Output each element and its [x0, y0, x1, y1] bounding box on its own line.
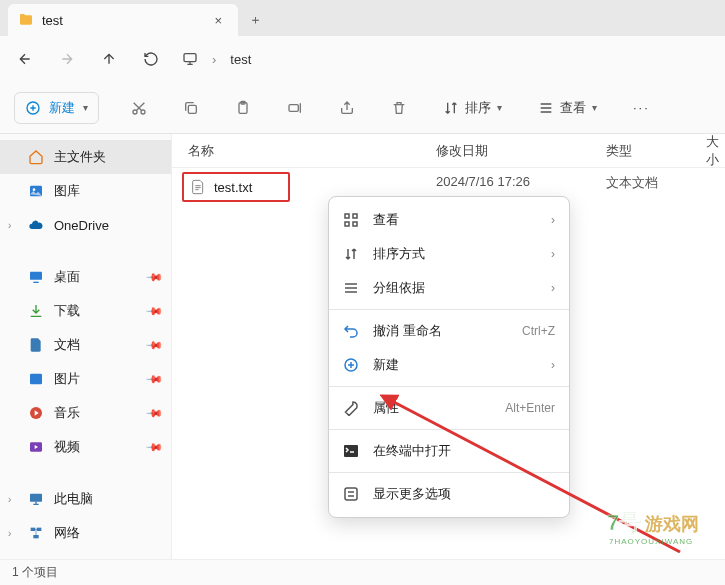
- pin-icon: 📌: [144, 369, 163, 388]
- refresh-button[interactable]: [140, 48, 162, 70]
- svg-rect-11: [30, 374, 42, 385]
- svg-rect-18: [345, 214, 349, 218]
- separator: [329, 429, 569, 430]
- sidebar-item-label: OneDrive: [54, 218, 109, 233]
- share-button[interactable]: [335, 92, 359, 124]
- pc-icon: [28, 491, 44, 507]
- sidebar-item-home[interactable]: 主文件夹: [0, 140, 171, 174]
- rename-button[interactable]: [283, 92, 307, 124]
- folder-icon: [18, 12, 34, 28]
- column-size[interactable]: 大小: [706, 133, 725, 169]
- sidebar-item-this-pc[interactable]: › 此电脑: [0, 482, 171, 516]
- paste-button[interactable]: [231, 92, 255, 124]
- ctx-group[interactable]: 分组依据 ›: [329, 271, 569, 305]
- svg-rect-0: [184, 54, 196, 62]
- back-button[interactable]: [14, 48, 36, 70]
- column-type[interactable]: 类型: [606, 142, 706, 160]
- network-icon: [28, 525, 44, 541]
- pictures-icon: [28, 371, 44, 387]
- ctx-properties[interactable]: 属性 Alt+Enter: [329, 391, 569, 425]
- sidebar-item-videos[interactable]: 视频 📌: [0, 430, 171, 464]
- chevron-right-icon: ›: [8, 528, 11, 539]
- tab[interactable]: test ×: [8, 4, 238, 36]
- svg-rect-19: [353, 214, 357, 218]
- gallery-icon: [28, 183, 44, 199]
- grid-icon: [343, 212, 359, 228]
- sort-icon: [343, 246, 359, 262]
- svg-rect-20: [345, 222, 349, 226]
- svg-point-3: [141, 110, 145, 114]
- status-bar: 1 个项目: [0, 559, 725, 585]
- svg-point-2: [133, 110, 137, 114]
- svg-rect-10: [30, 272, 42, 280]
- chevron-right-icon: ›: [8, 494, 11, 505]
- sidebar-item-music[interactable]: 音乐 📌: [0, 396, 171, 430]
- sidebar-item-network[interactable]: › 网络: [0, 516, 171, 550]
- svg-rect-21: [353, 222, 357, 226]
- ctx-sort[interactable]: 排序方式 ›: [329, 237, 569, 271]
- more-button[interactable]: ···: [629, 92, 654, 124]
- column-headers[interactable]: 名称 修改日期 类型 大小: [172, 134, 725, 168]
- ctx-terminal[interactable]: 在终端中打开: [329, 434, 569, 468]
- sidebar-item-label: 图片: [54, 370, 80, 388]
- ctx-more-options[interactable]: 显示更多选项: [329, 477, 569, 511]
- download-icon: [28, 303, 44, 319]
- ctx-label: 查看: [373, 211, 399, 229]
- ctx-label: 分组依据: [373, 279, 425, 297]
- cut-button[interactable]: [127, 92, 151, 124]
- sidebar: 主文件夹 图库 › OneDrive 桌面 📌 下载 📌 文档 📌: [0, 134, 172, 559]
- pin-icon: 📌: [144, 267, 163, 286]
- sidebar-item-label: 图库: [54, 182, 80, 200]
- chevron-down-icon: ▾: [83, 102, 88, 113]
- cloud-icon: [28, 217, 44, 233]
- monitor-icon: [182, 51, 198, 67]
- column-date[interactable]: 修改日期: [436, 142, 606, 160]
- svg-rect-14: [30, 494, 42, 502]
- tab-close-button[interactable]: ×: [208, 11, 228, 30]
- chevron-right-icon: ›: [551, 213, 555, 227]
- svg-text:7HAOYOUXIWANG: 7HAOYOUXIWANG: [609, 537, 693, 546]
- watermark-text: 7号: [607, 510, 641, 535]
- column-name[interactable]: 名称: [188, 142, 436, 160]
- ctx-new[interactable]: 新建 ›: [329, 348, 569, 382]
- view-button[interactable]: 查看 ▾: [534, 92, 601, 124]
- breadcrumb[interactable]: › test: [182, 51, 251, 67]
- file-row[interactable]: test.txt: [182, 172, 290, 202]
- sidebar-item-label: 音乐: [54, 404, 80, 422]
- sidebar-item-desktop[interactable]: 桌面 📌: [0, 260, 171, 294]
- ctx-label: 显示更多选项: [373, 485, 451, 503]
- svg-text:游戏网: 游戏网: [644, 514, 699, 534]
- separator: [329, 386, 569, 387]
- sidebar-item-onedrive[interactable]: › OneDrive: [0, 208, 171, 242]
- new-button-label: 新建: [49, 99, 75, 117]
- up-button[interactable]: [98, 48, 120, 70]
- sidebar-item-downloads[interactable]: 下载 📌: [0, 294, 171, 328]
- group-icon: [343, 280, 359, 296]
- forward-button[interactable]: [56, 48, 78, 70]
- copy-button[interactable]: [179, 92, 203, 124]
- sidebar-item-gallery[interactable]: 图库: [0, 174, 171, 208]
- separator: [329, 309, 569, 310]
- sort-button[interactable]: 排序 ▾: [439, 92, 506, 124]
- sidebar-item-label: 此电脑: [54, 490, 93, 508]
- new-button[interactable]: 新建 ▾: [14, 92, 99, 124]
- home-icon: [28, 149, 44, 165]
- sidebar-item-pictures[interactable]: 图片 📌: [0, 362, 171, 396]
- new-tab-button[interactable]: ＋: [238, 4, 272, 36]
- ctx-undo[interactable]: 撤消 重命名 Ctrl+Z: [329, 314, 569, 348]
- svg-rect-7: [289, 104, 298, 111]
- more-options-icon: [343, 486, 359, 502]
- chevron-right-icon: ›: [551, 281, 555, 295]
- chevron-right-icon: ›: [551, 358, 555, 372]
- sidebar-item-documents[interactable]: 文档 📌: [0, 328, 171, 362]
- file-type: 文本文档: [606, 174, 658, 192]
- ctx-label: 属性: [373, 399, 399, 417]
- sidebar-item-label: 下载: [54, 302, 80, 320]
- ctx-label: 撤消 重命名: [373, 322, 442, 340]
- delete-button[interactable]: [387, 92, 411, 124]
- document-icon: [28, 337, 44, 353]
- chevron-down-icon: ▾: [497, 102, 502, 113]
- svg-rect-24: [345, 488, 357, 500]
- ctx-view[interactable]: 查看 ›: [329, 203, 569, 237]
- video-icon: [28, 439, 44, 455]
